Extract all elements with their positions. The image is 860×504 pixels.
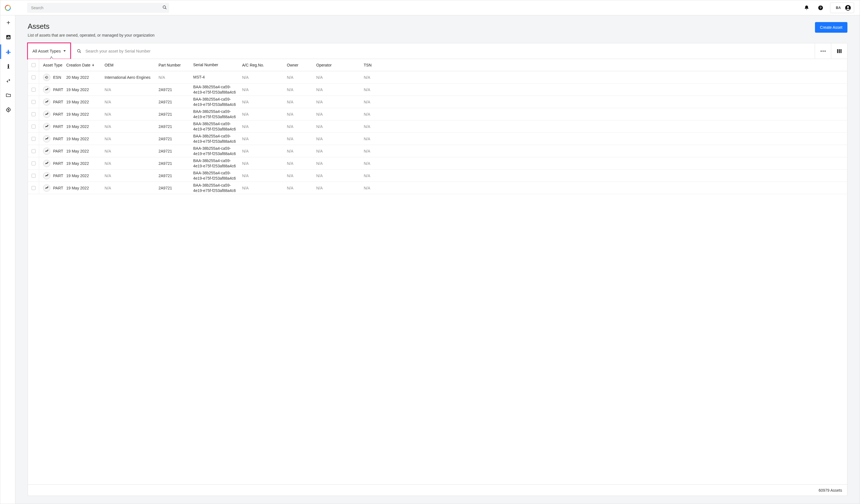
cell-asset-type: ESN (39, 74, 66, 81)
col-oem[interactable]: OEM (104, 63, 159, 67)
col-creation-date[interactable]: Creation Date (66, 63, 104, 67)
svg-point-15 (825, 50, 826, 52)
bell-icon (804, 5, 809, 11)
columns-icon (837, 49, 842, 53)
nav-folder[interactable] (0, 88, 15, 103)
table-row[interactable]: ESN20 May 2022International Aero Engines… (28, 71, 847, 84)
nav-dashboard[interactable] (0, 30, 15, 44)
svg-point-20 (46, 77, 47, 78)
global-search (27, 3, 169, 13)
col-owner[interactable]: Owner (287, 63, 316, 67)
more-actions-button[interactable] (815, 43, 831, 59)
table-footer: 60979 Assets (28, 485, 847, 495)
row-checkbox[interactable] (28, 182, 39, 194)
top-header: ? BA (0, 0, 860, 15)
svg-rect-8 (8, 36, 9, 39)
help-icon: ? (818, 5, 823, 11)
part-icon (43, 135, 50, 143)
table-row[interactable]: PART19 May 2022N/A2A9721BAA-38b255a4-ca5… (28, 145, 847, 157)
svg-point-14 (822, 50, 823, 52)
svg-point-23 (47, 100, 48, 101)
cell-asset-type: PART (39, 135, 66, 143)
col-ac-reg-no[interactable]: A/C Reg.No. (242, 63, 287, 67)
row-checkbox[interactable] (28, 120, 39, 132)
assets-panel: All Asset Types (28, 43, 847, 496)
cell-asset-type: PART (39, 86, 66, 93)
row-checkbox[interactable] (28, 145, 39, 157)
row-checkbox[interactable] (28, 84, 39, 95)
part-icon (43, 172, 50, 179)
col-tsn[interactable]: TSN (364, 63, 384, 67)
table-row[interactable]: PART19 May 2022N/A2A9721BAA-38b255a4-ca5… (28, 133, 847, 145)
col-serial-number[interactable]: Serial Number (193, 62, 242, 68)
chevron-down-icon (63, 50, 66, 52)
table-row[interactable]: PART19 May 2022N/A2A9721BAA-38b255a4-ca5… (28, 169, 847, 182)
svg-point-0 (163, 5, 166, 8)
row-checkbox[interactable] (28, 157, 39, 169)
table-row[interactable]: PART19 May 2022N/A2A9721BAA-38b255a4-ca5… (28, 182, 847, 194)
row-checkbox[interactable] (28, 71, 39, 83)
create-asset-button[interactable]: Create Asset (815, 22, 847, 33)
row-checkbox[interactable] (28, 96, 39, 108)
folder-icon (5, 92, 11, 98)
svg-point-13 (820, 50, 822, 52)
svg-point-28 (47, 162, 48, 163)
svg-rect-16 (837, 49, 838, 53)
filter-label: All Asset Types (32, 49, 61, 53)
cell-asset-type: PART (39, 110, 66, 118)
nav-tower[interactable] (0, 59, 15, 73)
col-operator[interactable]: Operator (316, 63, 364, 67)
search-icon (162, 5, 167, 10)
svg-point-10 (8, 109, 9, 110)
tower-icon (5, 63, 11, 69)
columns-button[interactable] (831, 43, 847, 59)
notifications-button[interactable] (802, 3, 811, 12)
svg-point-24 (47, 113, 48, 114)
table-row[interactable]: PART19 May 2022N/A2A9721BAA-38b255a4-ca5… (28, 120, 847, 133)
col-creation-date-label: Creation Date (66, 63, 90, 67)
main-content: Assets List of assets that are owned, op… (15, 15, 860, 504)
nav-settings[interactable] (0, 103, 15, 117)
row-checkbox[interactable] (28, 133, 39, 145)
asset-search-input[interactable] (85, 49, 809, 53)
part-icon (43, 98, 50, 106)
svg-rect-17 (839, 49, 840, 53)
table-header: Asset Type Creation Date OEM Part Number… (28, 59, 847, 71)
table-row[interactable]: PART19 May 2022N/A2A9721BAA-38b255a4-ca5… (28, 84, 847, 96)
part-icon (43, 110, 50, 118)
svg-point-22 (47, 88, 48, 89)
asset-count: 60979 Assets (819, 488, 842, 492)
col-part-number[interactable]: Part Number (159, 63, 193, 67)
user-initials: BA (836, 6, 841, 10)
table-row[interactable]: PART19 May 2022N/A2A9721BAA-38b255a4-ca5… (28, 96, 847, 108)
nav-transfer[interactable] (0, 73, 15, 88)
cell-asset-type: PART (39, 160, 66, 167)
chart-icon (5, 34, 11, 40)
help-button[interactable]: ? (816, 3, 825, 12)
part-icon (43, 184, 50, 192)
svg-rect-9 (9, 36, 10, 39)
transfer-icon (5, 78, 11, 84)
part-icon (43, 123, 50, 130)
logo-icon (5, 5, 11, 11)
cell-asset-type: PART (39, 148, 66, 155)
plus-icon (5, 20, 11, 26)
app-logo[interactable] (0, 0, 15, 15)
row-checkbox[interactable] (28, 108, 39, 120)
table-row[interactable]: PART19 May 2022N/A2A9721BAA-38b255a4-ca5… (28, 108, 847, 120)
nav-add[interactable] (0, 15, 15, 30)
global-search-button[interactable] (162, 5, 167, 10)
select-all[interactable] (28, 59, 39, 71)
user-menu[interactable]: BA (830, 2, 854, 13)
row-checkbox[interactable] (28, 169, 39, 182)
svg-line-1 (165, 8, 166, 9)
engine-icon (43, 74, 50, 81)
cell-asset-type: PART (39, 172, 66, 179)
asset-type-filter[interactable]: All Asset Types (27, 43, 71, 60)
nav-assets[interactable] (0, 44, 15, 59)
plane-icon (5, 49, 11, 55)
col-asset-type[interactable]: Asset Type (39, 63, 66, 67)
table-row[interactable]: PART19 May 2022N/A2A9721BAA-38b255a4-ca5… (28, 157, 847, 169)
svg-point-29 (47, 174, 48, 175)
global-search-input[interactable] (27, 3, 169, 13)
